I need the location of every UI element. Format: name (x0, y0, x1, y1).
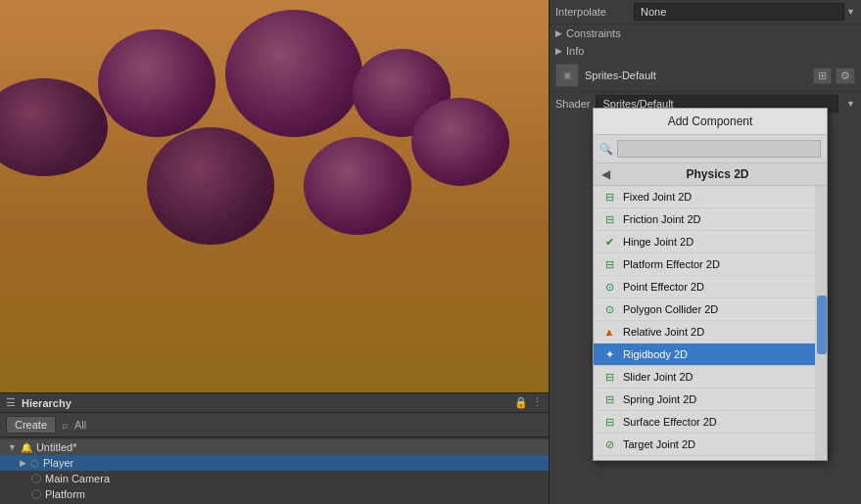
interpolate-label: Interpolate (555, 6, 634, 18)
shader-label: Shader (555, 98, 590, 110)
item-icon: ⊘ (601, 436, 617, 452)
menu-icon[interactable]: ⋮ (532, 396, 543, 409)
item-icon: ✔ (601, 234, 617, 250)
sprites-icons: ⊞ ⚙ (813, 68, 855, 84)
right-panel: Interpolate None ▼ ▶ Constraints ▶ Info … (549, 0, 861, 504)
item-label: Rigidbody 2D (623, 348, 688, 360)
platform-item[interactable]: Platform (0, 486, 549, 502)
popup-search-bar: 🔍 (594, 135, 827, 163)
lock-icon[interactable]: 🔒 (514, 396, 528, 409)
player-item[interactable]: ▶ ⬡ Player (0, 455, 549, 471)
info-section[interactable]: ▶ Info (550, 42, 861, 60)
item-label: Platform Effector 2D (623, 258, 720, 270)
main-camera-item[interactable]: Main Camera (0, 471, 549, 486)
item-icon: ⊙ (601, 301, 617, 317)
hamburger-icon: ☰ (6, 396, 16, 409)
hierarchy-content: ▼ 🔔 Untitled* ▶ ⬡ Player Main Camera Pla… (0, 437, 549, 504)
hierarchy-icons: 🔒 ⋮ (514, 396, 543, 409)
expand-arrow-player: ▶ (20, 458, 26, 468)
platform-label: Platform (45, 488, 85, 500)
list-item[interactable]: ⊘Target Joint 2D (594, 434, 827, 456)
expand-arrow-scene: ▼ (8, 442, 17, 452)
item-icon: ⊟ (601, 189, 617, 205)
sprites-section: ▣ Sprites-Default ⊞ ⚙ (550, 60, 861, 92)
item-label: Point Effector 2D (623, 281, 704, 293)
scene-icon: 🔔 (21, 442, 32, 453)
create-button[interactable]: Create (6, 416, 56, 434)
list-item[interactable]: ⊟Fixed Joint 2D (594, 186, 827, 208)
interpolate-arrow: ▼ (846, 7, 855, 17)
sprite-preview: ▣ (563, 70, 572, 80)
popup-list: ⊟Fixed Joint 2D⊟Friction Joint 2D✔Hinge … (594, 186, 827, 460)
tree-6 (147, 127, 274, 245)
scene-item[interactable]: ▼ 🔔 Untitled* (0, 439, 549, 455)
sprites-name: Sprites-Default (585, 69, 807, 81)
item-icon: ⊟ (601, 391, 617, 407)
add-component-popup: Add Component 🔍 ◀ Physics 2D ⊟Fixed Join… (593, 108, 828, 461)
camera-label: Main Camera (45, 473, 110, 484)
camera-circle (31, 474, 41, 483)
main-container: ☰ Hierarchy 🔒 ⋮ Create ⌕ All ▼ 🔔 Untitle… (0, 0, 861, 504)
list-item[interactable]: ✔Hinge Joint 2D (594, 231, 827, 253)
item-label: Fixed Joint 2D (623, 191, 692, 203)
sprite-settings-btn[interactable]: ⚙ (836, 68, 855, 84)
tree-2 (225, 10, 362, 137)
item-label: Surface Effector 2D (623, 416, 717, 428)
list-item[interactable]: ⊟Surface Effector 2D (594, 411, 827, 434)
player-icon: ⬡ (30, 458, 39, 469)
list-item[interactable]: ⊙Point Effector 2D (594, 276, 827, 298)
list-item[interactable]: ⊙Polygon Collider 2D (594, 298, 827, 321)
list-item[interactable]: ⊟Slider Joint 2D (594, 366, 827, 389)
player-label: Player (43, 457, 73, 469)
item-icon: ✦ (601, 346, 617, 362)
interpolate-row: Interpolate None ▼ (550, 0, 861, 24)
item-icon: ⊟ (601, 256, 617, 272)
tree-5 (411, 98, 509, 186)
item-icon: ⊟ (601, 459, 617, 460)
scene-label: Untitled* (36, 441, 77, 453)
info-label: Info (566, 45, 584, 57)
interpolate-value[interactable]: None (634, 3, 844, 21)
info-arrow: ▶ (555, 46, 562, 56)
constraints-label: Constraints (566, 27, 621, 39)
item-label: Spring Joint 2D (623, 393, 696, 405)
constraints-arrow: ▶ (555, 28, 562, 38)
hierarchy-header: ☰ Hierarchy 🔒 ⋮ (0, 393, 549, 413)
item-label: Slider Joint 2D (623, 371, 694, 383)
sprite-thumbnail: ▣ (555, 64, 579, 87)
item-label: Friction Joint 2D (623, 213, 700, 225)
game-view: ☰ Hierarchy 🔒 ⋮ Create ⌕ All ▼ 🔔 Untitle… (0, 0, 549, 504)
scrollbar-thumb[interactable] (817, 296, 827, 354)
item-icon: ⊙ (601, 279, 617, 295)
popup-scrollbar[interactable] (815, 186, 827, 460)
item-label: Relative Joint 2D (623, 326, 704, 338)
popup-category-header: ◀ Physics 2D (594, 163, 827, 186)
item-icon: ▲ (601, 324, 617, 340)
category-title: Physics 2D (616, 167, 819, 181)
hierarchy-toolbar: Create ⌕ All (0, 413, 549, 437)
hierarchy-title: Hierarchy (22, 397, 72, 409)
popup-title: Add Component (594, 109, 827, 135)
hierarchy-panel: ☰ Hierarchy 🔒 ⋮ Create ⌕ All ▼ 🔔 Untitle… (0, 392, 549, 504)
item-icon: ⊟ (601, 211, 617, 227)
list-item[interactable]: ✦Rigidbody 2D (594, 344, 827, 366)
list-item[interactable]: ⊟Spring Joint 2D (594, 389, 827, 411)
item-label: Target Joint 2D (623, 438, 695, 450)
list-item[interactable]: ⊟Friction Joint 2D (594, 208, 827, 231)
search-all-text: All (74, 419, 86, 431)
search-all-label: ⌕ (62, 419, 69, 431)
list-item[interactable]: ⊟Wheel Joint 2D (594, 456, 827, 460)
sprite-edit-btn[interactable]: ⊞ (813, 68, 832, 84)
shader-arrow: ▼ (846, 99, 855, 109)
item-icon: ⊟ (601, 369, 617, 385)
list-item[interactable]: ▲Relative Joint 2D (594, 321, 827, 344)
back-button[interactable]: ◀ (601, 167, 610, 181)
tree-7 (304, 137, 411, 235)
list-item[interactable]: ⊟Platform Effector 2D (594, 253, 827, 276)
platform-circle (31, 489, 41, 499)
constraints-section[interactable]: ▶ Constraints (550, 24, 861, 42)
item-label: Polygon Collider 2D (623, 303, 718, 315)
item-icon: ⊟ (601, 414, 617, 430)
tree-1 (98, 29, 215, 137)
search-input[interactable] (617, 140, 821, 158)
